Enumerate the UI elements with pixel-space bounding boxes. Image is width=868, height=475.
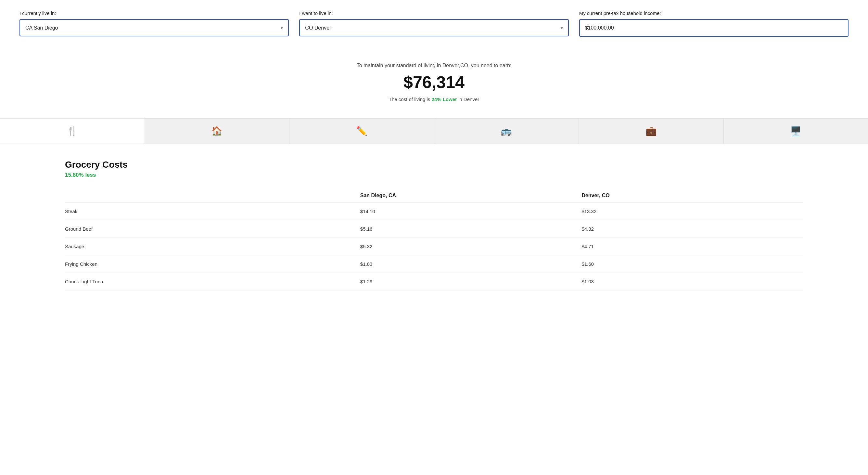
income-label: My current pre-tax household income: (579, 10, 848, 16)
grocery-title: Grocery Costs (65, 159, 803, 170)
item-city2-price: $1.03 (582, 273, 803, 291)
income-group: My current pre-tax household income: (579, 10, 848, 37)
result-lower-city: in Denver (457, 96, 479, 102)
tab-health[interactable]: 💼 (579, 119, 724, 144)
grocery-table: San Diego, CA Denver, CO Steak $14.10 $1… (65, 189, 803, 291)
item-city2-price: $4.32 (582, 220, 803, 238)
food-icon: 🍴 (67, 126, 78, 137)
result-label: To maintain your standard of living in D… (20, 63, 848, 68)
col-city1: San Diego, CA (360, 189, 582, 203)
table-row: Steak $14.10 $13.32 (65, 203, 803, 220)
col-item (65, 189, 360, 203)
current-city-group: I currently live in: CA San Diego CO Den… (20, 10, 289, 36)
table-row: Ground Beef $5.16 $4.32 (65, 220, 803, 238)
table-row: Frying Chicken $1.83 $1.60 (65, 256, 803, 273)
col-city2: Denver, CO (582, 189, 803, 203)
tab-transport[interactable]: 🚌 (434, 119, 579, 144)
item-city2-price: $13.32 (582, 203, 803, 220)
grocery-section: Grocery Costs 15.80% less San Diego, CA … (0, 144, 868, 306)
table-row: Sausage $5.32 $4.71 (65, 238, 803, 256)
table-row: Chunk Light Tuna $1.29 $1.03 (65, 273, 803, 291)
tab-other[interactable]: 🖥️ (724, 119, 868, 144)
tab-food[interactable]: 🍴 (0, 119, 145, 144)
result-lower-prefix: The cost of living is (389, 96, 432, 102)
current-city-select-wrapper: CA San Diego CO Denver NY New York TX Au… (20, 19, 289, 36)
result-lower-text: The cost of living is 24% Lower in Denve… (20, 96, 848, 102)
house-icon: 🏠 (211, 126, 222, 137)
item-name: Sausage (65, 238, 360, 256)
tab-housing[interactable]: 🏠 (145, 119, 290, 144)
item-city1-price: $1.83 (360, 256, 582, 273)
item-city1-price: $1.29 (360, 273, 582, 291)
item-name: Frying Chicken (65, 256, 360, 273)
want-city-select-wrapper: CO Denver CA San Diego NY New York TX Au… (299, 19, 568, 36)
item-name: Steak (65, 203, 360, 220)
item-city1-price: $14.10 (360, 203, 582, 220)
current-city-label: I currently live in: (20, 10, 289, 16)
want-city-group: I want to live in: CO Denver CA San Dieg… (299, 10, 568, 36)
current-city-select[interactable]: CA San Diego CO Denver NY New York TX Au… (20, 20, 288, 36)
screen-icon: 🖥️ (790, 126, 801, 137)
item-city1-price: $5.32 (360, 238, 582, 256)
item-city2-price: $4.71 (582, 238, 803, 256)
result-lower-pct: 24% Lower (431, 96, 457, 102)
item-city1-price: $5.16 (360, 220, 582, 238)
health-icon: 💼 (646, 126, 657, 137)
result-section: To maintain your standard of living in D… (0, 50, 868, 109)
want-city-label: I want to live in: (299, 10, 568, 16)
bus-icon: 🚌 (501, 126, 512, 137)
result-amount: $76,314 (20, 72, 848, 92)
tab-education[interactable]: ✏️ (289, 119, 434, 144)
pencil-icon: ✏️ (356, 126, 367, 137)
item-city2-price: $1.60 (582, 256, 803, 273)
income-input[interactable] (579, 19, 848, 37)
category-tabs: 🍴 🏠 ✏️ 🚌 💼 🖥️ (0, 118, 868, 144)
item-name: Chunk Light Tuna (65, 273, 360, 291)
item-name: Ground Beef (65, 220, 360, 238)
want-city-select[interactable]: CO Denver CA San Diego NY New York TX Au… (300, 20, 568, 36)
grocery-subtitle: 15.80% less (65, 172, 803, 178)
